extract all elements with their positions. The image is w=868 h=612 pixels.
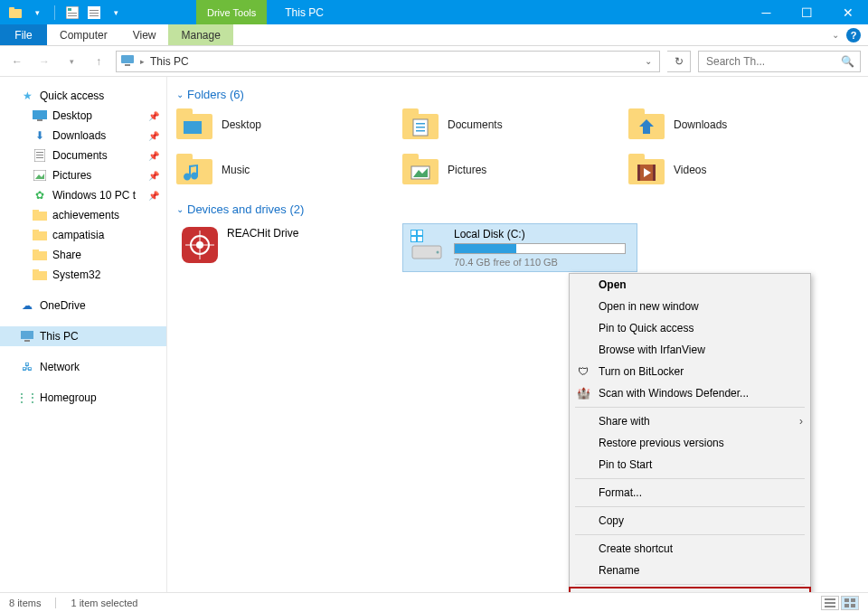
- help-icon[interactable]: ?: [846, 28, 861, 42]
- sidebar-windows10pc[interactable]: ✿Windows 10 PC t📌: [0, 185, 166, 205]
- sidebar-campatisia[interactable]: campatisia: [0, 225, 166, 245]
- disk-free-text: 70.4 GB free of 110 GB: [454, 257, 631, 268]
- svg-rect-60: [411, 231, 416, 235]
- drive-local-disk-c[interactable]: Local Disk (C:) 70.4 GB free of 110 GB: [402, 223, 637, 272]
- tab-file[interactable]: File: [0, 24, 47, 45]
- minimize-button[interactable]: ─: [746, 0, 787, 24]
- ctx-restore-previous[interactable]: Restore previous versions: [570, 432, 810, 454]
- svg-rect-66: [825, 598, 835, 600]
- pc-icon: [120, 54, 135, 69]
- sidebar-homegroup[interactable]: ⋮⋮Homegroup: [0, 388, 166, 408]
- group-header-drives[interactable]: ⌄Devices and drives (2): [176, 202, 859, 216]
- sidebar-share[interactable]: Share: [0, 245, 166, 265]
- ctx-browse-irfanview[interactable]: Browse with IrfanView: [570, 339, 810, 361]
- svg-rect-21: [33, 210, 39, 213]
- sidebar-onedrive[interactable]: ☁OneDrive: [0, 296, 166, 315]
- up-button[interactable]: ↑: [89, 52, 108, 71]
- desktop-icon: [33, 108, 47, 123]
- chevron-right-icon[interactable]: ▸: [140, 57, 145, 66]
- folder-large-icon: [402, 108, 439, 141]
- sidebar-desktop[interactable]: Desktop📌: [0, 106, 166, 126]
- breadcrumb[interactable]: This PC: [150, 55, 189, 68]
- ctx-pin-quick-access[interactable]: Pin to Quick access: [570, 317, 810, 339]
- ctx-format[interactable]: Format...: [570, 482, 810, 504]
- chevron-right-icon: ›: [799, 415, 803, 428]
- drive-name: Local Disk (C:): [454, 228, 631, 240]
- settings-icon: ✿: [33, 188, 47, 202]
- defender-icon: 🏰: [576, 386, 590, 400]
- disk-icon: [409, 228, 445, 264]
- ctx-open-new-window[interactable]: Open in new window: [570, 296, 810, 317]
- pin-icon: 📌: [148, 191, 159, 201]
- sidebar-downloads[interactable]: ⬇Downloads📌: [0, 126, 166, 146]
- search-icon[interactable]: 🔍: [841, 55, 854, 68]
- ctx-pin-to-start[interactable]: Pin to Start: [570, 454, 810, 475]
- tab-view[interactable]: View: [120, 24, 169, 45]
- folder-pictures[interactable]: Pictures: [402, 154, 628, 186]
- svg-rect-45: [402, 154, 419, 163]
- view-large-icons-button[interactable]: [841, 596, 859, 610]
- ctx-copy[interactable]: Copy: [570, 510, 810, 532]
- new-folder-icon[interactable]: [86, 5, 102, 21]
- download-icon: ⬇: [33, 128, 47, 143]
- tab-manage[interactable]: Manage: [168, 24, 232, 45]
- sidebar-pictures[interactable]: Pictures📌: [0, 165, 166, 185]
- search-input[interactable]: [704, 54, 835, 69]
- ctx-share-with[interactable]: Share with›: [570, 410, 810, 432]
- explorer-icon[interactable]: [7, 5, 24, 21]
- close-button[interactable]: ✕: [827, 0, 868, 24]
- sidebar-achievements[interactable]: achievements: [0, 205, 166, 225]
- folder-desktop[interactable]: Desktop: [176, 108, 402, 141]
- view-details-button[interactable]: [821, 596, 839, 610]
- recent-dropdown-icon[interactable]: ▾: [61, 52, 81, 71]
- drive-reachit[interactable]: REACHit Drive: [176, 223, 402, 272]
- ctx-create-shortcut[interactable]: Create shortcut: [570, 538, 810, 560]
- sidebar-documents[interactable]: Documents📌: [0, 146, 166, 165]
- chevron-down-icon: ⌄: [176, 204, 184, 214]
- folder-music[interactable]: Music: [176, 154, 402, 186]
- svg-rect-11: [125, 64, 130, 66]
- svg-rect-25: [33, 250, 39, 253]
- folder-icon: [33, 208, 47, 222]
- svg-rect-10: [121, 55, 134, 63]
- maximize-button[interactable]: ☐: [787, 0, 827, 24]
- svg-rect-68: [825, 606, 835, 607]
- sidebar-system32[interactable]: System32: [0, 265, 166, 285]
- sidebar-quick-access[interactable]: ★Quick access: [0, 86, 166, 106]
- svg-rect-40: [628, 108, 645, 118]
- back-button[interactable]: ←: [7, 52, 27, 71]
- folder-downloads[interactable]: Downloads: [628, 108, 854, 141]
- folder-videos[interactable]: Videos: [628, 154, 854, 186]
- svg-rect-51: [637, 165, 640, 181]
- address-dropdown-icon[interactable]: ⌄: [641, 56, 656, 66]
- qat-overflow-icon[interactable]: ▾: [108, 5, 124, 21]
- contextual-tab: Drive Tools: [196, 0, 267, 24]
- folder-icon: [33, 228, 47, 242]
- forward-button[interactable]: →: [34, 52, 54, 71]
- tab-computer[interactable]: Computer: [47, 24, 120, 45]
- svg-rect-28: [21, 331, 33, 339]
- quick-access-toolbar: ▾ ▾: [0, 0, 124, 24]
- sidebar-network[interactable]: 🖧Network: [0, 357, 166, 377]
- svg-rect-15: [36, 152, 43, 153]
- homegroup-icon: ⋮⋮: [20, 391, 34, 405]
- ctx-scan-defender[interactable]: 🏰Scan with Windows Defender...: [570, 382, 810, 404]
- ctx-open[interactable]: Open: [570, 274, 810, 296]
- pin-icon: 📌: [148, 111, 159, 121]
- ctx-rename[interactable]: Rename: [570, 560, 810, 581]
- title-bar: ▾ ▾ Drive Tools This PC ─ ☐ ✕: [0, 0, 868, 24]
- ctx-turn-on-bitlocker[interactable]: 🛡Turn on BitLocker: [570, 361, 810, 382]
- search-box[interactable]: 🔍: [698, 51, 861, 72]
- folder-documents[interactable]: Documents: [402, 108, 628, 141]
- qat-dropdown-icon[interactable]: ▾: [29, 5, 45, 21]
- address-bar[interactable]: ▸ This PC ⌄: [116, 51, 660, 72]
- ribbon-expand-icon[interactable]: ⌄: [832, 30, 839, 40]
- refresh-button[interactable]: ↻: [667, 51, 691, 72]
- properties-icon[interactable]: [64, 5, 80, 21]
- group-header-folders[interactable]: ⌄Folders (6): [176, 88, 859, 101]
- svg-rect-9: [90, 15, 99, 16]
- folder-large-icon: [176, 108, 212, 141]
- pin-icon: 📌: [148, 151, 159, 161]
- svg-rect-43: [176, 154, 193, 163]
- sidebar-thispc[interactable]: This PC: [0, 326, 166, 346]
